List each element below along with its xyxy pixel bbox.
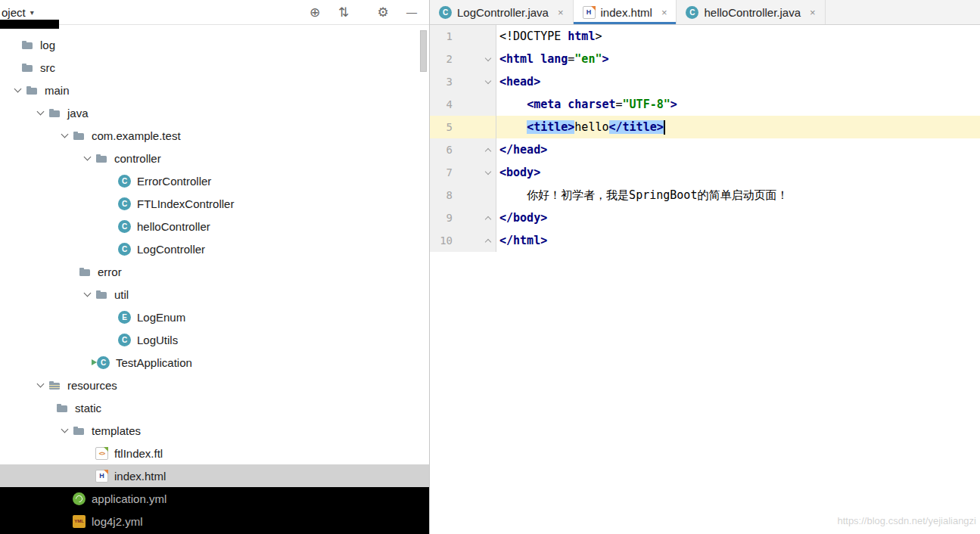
chevron-down-icon[interactable] xyxy=(79,157,95,160)
line-number: 3 xyxy=(430,76,453,88)
code-token: <head> xyxy=(499,75,540,88)
tree-item-application-yml[interactable]: application.yml xyxy=(0,487,429,510)
chevron-down-icon[interactable] xyxy=(32,111,48,114)
tree-item-log[interactable]: log xyxy=(0,33,429,56)
fold-up-icon[interactable] xyxy=(481,215,496,222)
tree-item-resources[interactable]: resources xyxy=(0,374,429,396)
folder-icon xyxy=(79,265,92,278)
chevron-down-icon[interactable] xyxy=(32,383,48,387)
code-token: = xyxy=(568,52,574,66)
code-token: <meta xyxy=(527,98,568,111)
tree-item-src[interactable]: src xyxy=(0,56,429,79)
tree-item-java[interactable]: java xyxy=(0,101,429,124)
class-icon xyxy=(118,175,131,188)
code-text[interactable]: <body> xyxy=(496,166,980,179)
code-line: 6</head> xyxy=(430,138,980,161)
project-tab-label[interactable]: oject xyxy=(2,6,26,19)
locate-file-icon[interactable] xyxy=(306,5,323,20)
tab-label: LogController.java xyxy=(457,6,549,19)
fold-down-icon[interactable] xyxy=(481,58,496,61)
folder-icon xyxy=(26,84,39,97)
fold-down-icon[interactable] xyxy=(481,172,496,174)
tree-item-logenum[interactable]: LogEnum xyxy=(0,306,429,328)
tree-item-com-example-test[interactable]: com.example.test xyxy=(0,124,429,147)
app-window: oject logsrcmainjavacom.example.testcont… xyxy=(0,0,980,534)
tree-item-logcontroller[interactable]: LogController xyxy=(0,238,429,260)
line-number: 1 xyxy=(430,30,453,42)
code-text[interactable]: <title>hello</title> xyxy=(496,120,980,135)
code-text[interactable]: </html> xyxy=(496,234,980,247)
code-token: </body> xyxy=(499,211,547,225)
gutter[interactable]: 8 xyxy=(430,184,496,206)
tree-item-error[interactable]: error xyxy=(0,260,429,283)
gutter[interactable]: 5 xyxy=(430,116,496,138)
code-token: "en" xyxy=(574,52,602,66)
tree-item-label: util xyxy=(114,288,129,301)
code-text[interactable]: <!DOCTYPE html> xyxy=(496,29,980,43)
chevron-down-icon[interactable] xyxy=(56,134,73,137)
tree-item-ftlindex-ftl[interactable]: ftlIndex.ftl xyxy=(0,442,429,464)
folder-icon xyxy=(21,39,34,51)
code-text[interactable]: <html lang="en"> xyxy=(496,52,980,66)
tree-item-index-html[interactable]: index.html xyxy=(0,464,429,487)
tree-item-log4j2-yml[interactable]: log4j2.yml xyxy=(0,510,429,532)
code-token: </head> xyxy=(499,143,547,157)
watermark: https://blog.csdn.net/yejialiangzi xyxy=(837,515,976,526)
folder-res-icon xyxy=(48,379,61,392)
scrollbar-thumb[interactable] xyxy=(420,30,427,72)
tree-item-ftlindexcontroller[interactable]: FTLIndexController xyxy=(0,192,429,215)
yml-icon xyxy=(73,515,86,528)
tree-item-main[interactable]: main xyxy=(0,79,429,101)
chevron-down-icon[interactable] xyxy=(79,293,95,296)
tree-item-templates[interactable]: templates xyxy=(0,419,429,442)
fold-up-icon[interactable] xyxy=(481,147,496,154)
fold-up-icon[interactable] xyxy=(481,238,496,244)
tab-hellocontroller-java[interactable]: helloController.java× xyxy=(677,0,825,24)
gutter[interactable]: 2 xyxy=(430,48,496,70)
tree-item-hellocontroller[interactable]: helloController xyxy=(0,215,429,238)
line-number: 7 xyxy=(430,166,453,179)
fold-down-icon[interactable] xyxy=(481,81,496,83)
tree-item-util[interactable]: util xyxy=(0,283,429,306)
code-token: <title> xyxy=(527,120,574,134)
gutter[interactable]: 4 xyxy=(430,93,496,116)
gutter[interactable]: 6 xyxy=(430,138,496,161)
code-text[interactable]: <meta charset="UTF-8"> xyxy=(496,98,980,111)
code-line: 4 <meta charset="UTF-8"> xyxy=(430,93,980,116)
package-icon xyxy=(73,129,86,142)
close-icon[interactable]: × xyxy=(810,8,816,17)
tab-logcontroller-java[interactable]: LogController.java× xyxy=(430,0,574,24)
tree-item-static[interactable]: static xyxy=(0,396,429,419)
code-text[interactable]: </body> xyxy=(496,211,980,225)
settings-gear-icon[interactable] xyxy=(375,5,391,20)
tree-item-logutils[interactable]: LogUtils xyxy=(0,328,429,351)
gutter[interactable]: 3 xyxy=(430,70,496,93)
artifact-fragment xyxy=(0,20,59,29)
collapse-all-icon[interactable] xyxy=(335,5,352,20)
tree-item-controller[interactable]: controller xyxy=(0,147,429,169)
tree-item-label: TestApplication xyxy=(116,356,192,369)
folder-icon xyxy=(56,402,69,414)
code-text[interactable]: 你好！初学者，我是SpringBoot的简单启动页面！ xyxy=(496,188,980,203)
chevron-down-icon[interactable] xyxy=(30,8,34,17)
chevron-down-icon[interactable] xyxy=(56,429,73,432)
code-line: 3<head> xyxy=(430,70,980,93)
code-line: 10</html> xyxy=(430,229,980,252)
tree-item-testapplication[interactable]: TestApplication xyxy=(0,351,429,374)
hide-panel-icon[interactable] xyxy=(403,5,420,20)
close-icon[interactable]: × xyxy=(661,8,667,17)
tree-item-label: src xyxy=(40,61,55,74)
gutter[interactable]: 1 xyxy=(430,25,496,48)
code-token: = xyxy=(616,98,623,111)
close-icon[interactable]: × xyxy=(558,8,564,17)
gutter[interactable]: 7 xyxy=(430,161,496,184)
chevron-down-icon[interactable] xyxy=(9,88,26,92)
gutter[interactable]: 9 xyxy=(430,206,496,229)
gutter[interactable]: 10 xyxy=(430,229,496,252)
tree-item-errorcontroller[interactable]: ErrorController xyxy=(0,169,429,192)
code-text[interactable]: <head> xyxy=(496,75,980,88)
code-token: hello xyxy=(574,120,608,134)
code-text[interactable]: </head> xyxy=(496,143,980,157)
tab-index-html[interactable]: index.html× xyxy=(574,0,677,24)
code-token: <!DOCTYPE xyxy=(499,29,568,43)
